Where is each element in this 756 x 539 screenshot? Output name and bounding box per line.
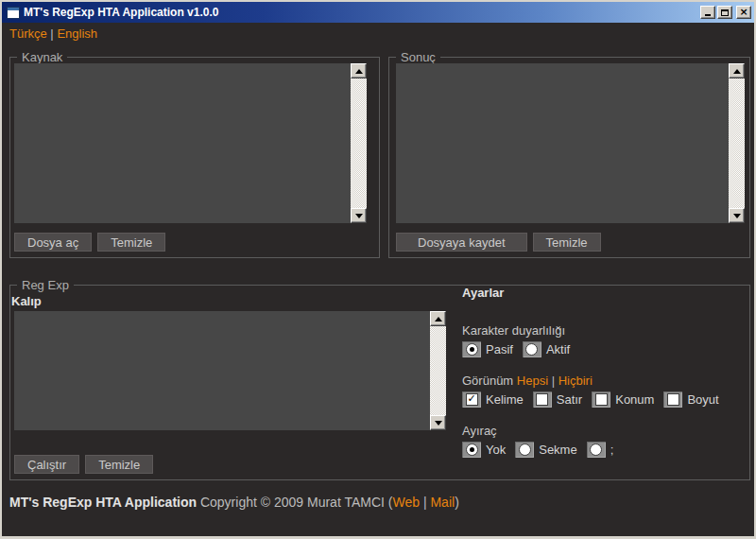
arrow-up-icon [355,69,363,74]
checkbox-option-konum[interactable]: ✓Konum [592,391,654,408]
scroll-down-button[interactable] [430,415,446,430]
regexp-panel-legend: Reg Exp [17,278,74,292]
radio-aktif-label: Aktif [546,342,570,356]
scrollbar-track[interactable] [430,326,446,415]
source-scrollbar[interactable] [351,63,367,223]
result-buttons: Dosyaya kaydet Temizle [396,233,607,252]
radio-sekme[interactable] [515,442,534,458]
radio-option-sekme[interactable]: Sekme [515,442,576,458]
checkbox-konum[interactable]: ✓ [592,391,610,408]
scrollbar-track[interactable] [351,78,367,208]
checkbox-satir[interactable]: ✓ [533,391,552,408]
scroll-down-button[interactable] [729,208,745,223]
arrow-down-icon [355,214,363,218]
checkbox-kelime[interactable]: ✓ [462,391,481,408]
language-link-turkish[interactable]: Türkçe [9,26,47,41]
radio-semicolon[interactable] [587,442,606,458]
close-icon: × [739,7,747,17]
web-link[interactable]: Web [392,495,420,510]
source-panel-legend: Kaynak [17,50,67,64]
checkbox-konum-label: Konum [615,392,654,407]
scroll-down-button[interactable] [351,208,367,223]
case-sensitivity-label: Karakter duyarlılığı [462,323,746,338]
separator-options: Yok Sekme ; [462,441,746,458]
radio-option-yok[interactable]: Yok [462,442,506,458]
result-textarea[interactable] [396,63,729,223]
result-scrollbar[interactable] [729,63,745,223]
result-textarea-wrap [396,63,745,223]
footer: MT's RegExp HTA Application Copyright © … [9,495,459,510]
checkbox-boyut-label: Boyut [687,392,718,407]
result-clear-button[interactable]: Temizle [533,233,601,252]
close-button[interactable]: × [736,6,751,19]
settings-title: Ayarlar [462,286,746,300]
arrow-down-icon [435,421,442,426]
scroll-up-button[interactable] [351,63,367,78]
radio-pasif-label: Pasif [486,342,513,356]
view-group: Görünüm Hepsi | Hiçbiri ✓Kelime ✓Satır ✓… [462,374,746,408]
source-clear-button[interactable]: Temizle [97,233,165,252]
view-label: Görünüm [462,374,513,388]
pattern-textarea[interactable] [14,311,430,430]
result-panel-legend: Sonuç [396,50,440,64]
footer-closing-paren: ) [455,495,459,510]
source-textarea-wrap [14,63,367,223]
separator-label: Ayıraç [462,424,746,438]
checkbox-satir-label: Satır [557,392,582,407]
run-button[interactable]: Çalıştır [14,455,79,474]
client-area: Türkçe | English Kaynak Dosya aç Temizle… [2,23,754,536]
language-separator: | [50,26,53,41]
settings-section: Ayarlar Karakter duyarlılığı Pasif Aktif… [462,286,746,474]
radio-option-aktif[interactable]: Aktif [523,341,570,357]
radio-option-semicolon[interactable]: ; [587,442,614,458]
scrollbar-track[interactable] [729,78,745,208]
source-textarea[interactable] [14,63,351,223]
arrow-up-icon [733,69,741,74]
view-label-row: Görünüm Hepsi | Hiçbiri [462,374,746,388]
checkbox-option-satir[interactable]: ✓Satır [533,391,582,408]
arrow-up-icon [435,317,442,322]
minimize-icon [705,14,711,16]
regexp-buttons: Çalıştır Temizle [14,455,159,474]
select-all-link[interactable]: Hepsi [517,374,548,388]
case-sensitivity-group: Karakter duyarlılığı Pasif Aktif [462,323,746,357]
minimize-button[interactable] [700,6,715,19]
radio-pasif[interactable] [462,341,481,357]
save-file-button[interactable]: Dosyaya kaydet [396,233,527,252]
select-none-link[interactable]: Hiçbiri [558,374,593,388]
pattern-scrollbar[interactable] [430,311,446,430]
radio-sekme-label: Sekme [539,443,576,457]
app-window: MT's RegExp HTA Application v1.0.0 × Tür… [0,0,756,539]
titlebar[interactable]: MT's RegExp HTA Application v1.0.0 × [2,2,754,23]
maximize-button[interactable] [717,6,732,19]
language-link-english[interactable]: English [57,26,97,41]
language-bar: Türkçe | English [9,26,97,41]
mail-link[interactable]: Mail [430,495,455,510]
radio-option-pasif[interactable]: Pasif [462,341,513,357]
footer-app-name: MT's RegExp HTA Application [9,495,197,510]
case-sensitivity-options: Pasif Aktif [462,340,746,357]
footer-copyright: Copyright © 2009 Murat TAMCI ( [200,495,393,510]
checkbox-boyut[interactable]: ✓ [663,391,682,408]
checkbox-option-kelime[interactable]: ✓Kelime [462,391,524,408]
radio-semicolon-label: ; [610,443,614,457]
scroll-up-button[interactable] [430,311,446,326]
arrow-down-icon [733,214,741,218]
view-links-separator: | [552,374,555,388]
pattern-clear-button[interactable]: Temizle [85,455,153,474]
open-file-button[interactable]: Dosya aç [14,233,92,252]
app-icon [7,7,20,19]
radio-yok[interactable] [462,442,481,458]
radio-aktif[interactable] [523,341,541,357]
scroll-up-button[interactable] [729,63,745,78]
radio-yok-label: Yok [486,443,506,457]
maximize-icon [721,9,729,16]
window-title: MT's RegExp HTA Application v1.0.0 [24,6,698,19]
view-options: ✓Kelime ✓Satır ✓Konum ✓Boyut [462,391,746,408]
separator-group: Ayıraç Yok Sekme ; [462,424,746,458]
checkbox-kelime-label: Kelime [486,392,524,407]
checkbox-option-boyut[interactable]: ✓Boyut [663,391,718,408]
source-buttons: Dosya aç Temizle [14,233,171,252]
pattern-textarea-wrap [14,311,446,430]
window-controls: × [698,6,751,19]
